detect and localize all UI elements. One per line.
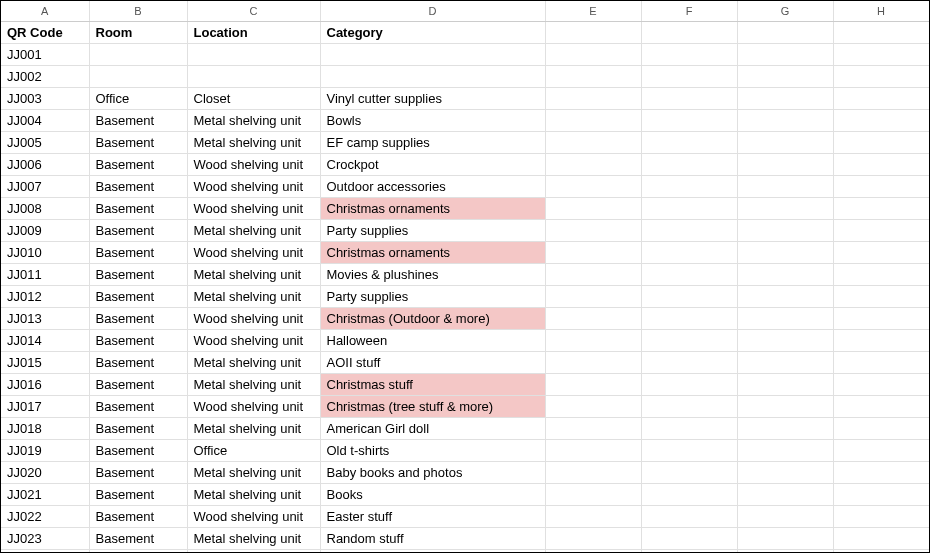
cell[interactable] [545, 396, 641, 418]
cell[interactable]: Vinyl cutter supplies [320, 88, 545, 110]
cell[interactable]: Baby books and photos [320, 462, 545, 484]
cell[interactable] [833, 286, 929, 308]
cell[interactable] [641, 330, 737, 352]
cell[interactable]: JJ001 [1, 44, 89, 66]
cell[interactable] [320, 44, 545, 66]
cell[interactable]: Bowls [320, 110, 545, 132]
cell[interactable]: Metal shelving unit [187, 286, 320, 308]
cell[interactable] [737, 66, 833, 88]
cell[interactable]: Basement [89, 440, 187, 462]
cell[interactable]: Movies & plushines [320, 264, 545, 286]
cell[interactable]: Basement [89, 506, 187, 528]
header-location[interactable]: Location [187, 22, 320, 44]
cell[interactable] [545, 528, 641, 550]
cell[interactable] [737, 220, 833, 242]
cell[interactable]: Christmas (Outdoor & more) [320, 308, 545, 330]
cell[interactable] [737, 396, 833, 418]
cell[interactable] [737, 264, 833, 286]
cell[interactable]: Closet [187, 88, 320, 110]
cell[interactable]: Office [187, 440, 320, 462]
cell[interactable] [833, 506, 929, 528]
cell[interactable]: JJ004 [1, 110, 89, 132]
cell[interactable] [545, 220, 641, 242]
cell[interactable]: Basement [89, 286, 187, 308]
header-category[interactable]: Category [320, 22, 545, 44]
cell[interactable]: Basement [89, 110, 187, 132]
cell[interactable] [737, 286, 833, 308]
cell[interactable] [545, 374, 641, 396]
col-header-h[interactable]: H [833, 1, 929, 22]
cell[interactable] [737, 110, 833, 132]
col-header-f[interactable]: F [641, 1, 737, 22]
col-header-c[interactable]: C [187, 1, 320, 22]
cell[interactable] [833, 88, 929, 110]
cell[interactable]: Metal shelving unit [187, 110, 320, 132]
cell[interactable]: Books [320, 484, 545, 506]
cell[interactable] [737, 374, 833, 396]
cell[interactable] [833, 242, 929, 264]
cell[interactable] [737, 462, 833, 484]
cell[interactable]: JJ020 [1, 462, 89, 484]
cell[interactable] [833, 418, 929, 440]
cell[interactable] [833, 528, 929, 550]
cell[interactable] [833, 66, 929, 88]
cell[interactable]: Random stuff [320, 528, 545, 550]
cell[interactable] [833, 308, 929, 330]
cell[interactable]: American Girl doll [320, 418, 545, 440]
cell[interactable]: JJ002 [1, 66, 89, 88]
cell[interactable]: Metal shelving unit [187, 374, 320, 396]
cell[interactable]: JJ018 [1, 418, 89, 440]
cell[interactable] [187, 66, 320, 88]
cell[interactable] [737, 242, 833, 264]
cell[interactable]: Basement [89, 396, 187, 418]
col-header-d[interactable]: D [320, 1, 545, 22]
cell[interactable]: Christmas ornaments [320, 242, 545, 264]
cell[interactable]: Basement [89, 550, 187, 554]
cell[interactable]: Christmas stuff [320, 374, 545, 396]
cell[interactable] [737, 484, 833, 506]
cell[interactable]: Crockpot [320, 154, 545, 176]
cell[interactable] [641, 528, 737, 550]
cell[interactable] [737, 528, 833, 550]
cell[interactable] [545, 154, 641, 176]
cell[interactable] [545, 132, 641, 154]
cell[interactable]: Basement [89, 462, 187, 484]
cell[interactable]: Basement [89, 176, 187, 198]
cell[interactable]: JJ010 [1, 242, 89, 264]
cell[interactable]: JJ014 [1, 330, 89, 352]
cell[interactable] [737, 198, 833, 220]
cell[interactable]: JJ012 [1, 286, 89, 308]
cell[interactable] [545, 242, 641, 264]
cell[interactable] [641, 110, 737, 132]
cell[interactable]: Basement [89, 154, 187, 176]
cell[interactable] [641, 352, 737, 374]
cell[interactable]: Basement [89, 132, 187, 154]
cell[interactable]: Metal shelving unit [187, 418, 320, 440]
cell[interactable] [545, 308, 641, 330]
cell[interactable] [641, 286, 737, 308]
cell[interactable] [641, 242, 737, 264]
cell[interactable] [641, 264, 737, 286]
cell[interactable] [737, 88, 833, 110]
cell[interactable] [737, 506, 833, 528]
cell[interactable]: JJ003 [1, 88, 89, 110]
cell[interactable] [545, 550, 641, 554]
cell[interactable] [833, 176, 929, 198]
cell[interactable] [545, 66, 641, 88]
cell[interactable] [833, 352, 929, 374]
cell[interactable]: Wood shelving unit [187, 154, 320, 176]
cell[interactable]: JJ015 [1, 352, 89, 374]
cell[interactable]: Metal shelving unit [187, 220, 320, 242]
cell[interactable] [833, 110, 929, 132]
cell[interactable]: Christmas (tree stuff & more) [320, 396, 545, 418]
cell[interactable]: Metal shelving unit [187, 352, 320, 374]
cell[interactable] [833, 198, 929, 220]
cell[interactable]: Wood shelving unit [187, 506, 320, 528]
cell[interactable] [545, 418, 641, 440]
cell[interactable]: Metal shelving unit [187, 462, 320, 484]
cell[interactable]: Wood shelving unit [187, 198, 320, 220]
cell[interactable] [545, 286, 641, 308]
cell[interactable]: Halloween [320, 330, 545, 352]
cell[interactable]: Basement [89, 352, 187, 374]
cell[interactable] [545, 462, 641, 484]
